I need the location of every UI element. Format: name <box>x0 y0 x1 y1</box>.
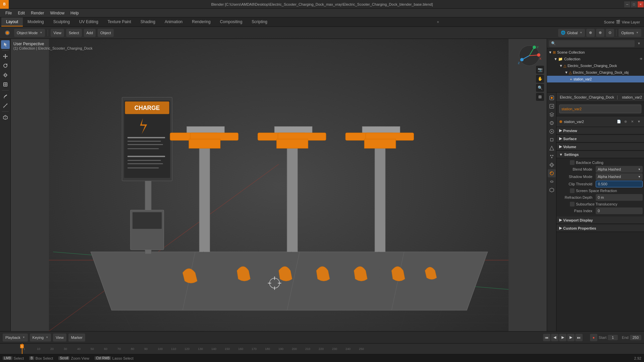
ctrl-rmb-key: Ctrl RMB <box>95 356 111 360</box>
material-copy-icon[interactable]: ⊕ <box>623 119 629 125</box>
tree-item-scene-collection[interactable]: ▼ ⊞ Scene Collection <box>547 49 644 56</box>
section-surface-toggle[interactable]: ▶ Surface <box>556 135 644 142</box>
menu-edit[interactable]: Edit <box>15 10 28 16</box>
tool-move[interactable] <box>1 52 10 61</box>
material-options-icon[interactable]: ▼ <box>636 119 642 125</box>
viewport-grid-icon[interactable]: ⊞ <box>536 93 544 101</box>
close-button[interactable]: ✕ <box>638 1 644 7</box>
tab-shading[interactable]: Shading <box>136 17 160 26</box>
viewport-3d[interactable]: User Perspective (1) Collection | Electr… <box>11 39 547 331</box>
object-menu-button[interactable]: Object <box>98 29 114 37</box>
prop-tab-view-layer[interactable] <box>548 111 556 119</box>
prop-tab-physics[interactable] <box>548 161 556 169</box>
maximize-button[interactable]: □ <box>631 1 637 7</box>
tab-rendering[interactable]: Rendering <box>187 17 215 26</box>
mode-select-button[interactable]: Object Mode ▼ <box>14 29 45 37</box>
play-button[interactable]: ▶ <box>559 334 567 341</box>
tree-item-station-var2[interactable]: ● station_var2 <box>547 76 644 82</box>
blend-mode-value[interactable]: Alpha Hashed ▼ <box>596 166 643 173</box>
prev-frame-button[interactable]: ◀ <box>551 334 558 341</box>
outliner-search[interactable]: 🔍 <box>549 40 635 47</box>
add-menu-button[interactable]: Add <box>84 29 96 37</box>
tab-layout[interactable]: Layout <box>1 17 23 26</box>
collection-vis-icon[interactable]: 👁 <box>640 57 643 61</box>
select-menu-button[interactable]: Select <box>66 29 82 37</box>
jump-to-start-button[interactable]: ⏮ <box>543 334 550 341</box>
viewport-gizmo[interactable]: Y X Z <box>516 42 543 70</box>
clip-threshold-value[interactable]: 0.500 <box>596 181 643 187</box>
view-menu-button[interactable]: View <box>51 29 64 37</box>
prop-tab-world[interactable] <box>548 127 556 135</box>
tree-item-charging-dock[interactable]: ▼ △ Electric_Scooter_Charging_Dock <box>547 62 644 69</box>
prop-tab-constraints[interactable] <box>548 178 556 186</box>
transform-pivot-button[interactable]: ⊕ <box>586 29 595 37</box>
tool-transform[interactable] <box>1 80 10 89</box>
marker-button[interactable]: Marker <box>68 334 85 342</box>
pass-index-value[interactable]: 0 <box>596 207 643 214</box>
tree-item-collection[interactable]: ▼ 📁 Collection 👁 <box>547 56 644 62</box>
end-frame-display[interactable]: 250 <box>630 335 641 340</box>
screen-space-refraction-checkbox[interactable] <box>570 188 575 193</box>
section-preview-toggle[interactable]: ▶ Preview <box>556 127 644 134</box>
material-new-icon[interactable]: 📄 <box>616 119 622 125</box>
subsurface-translucency-checkbox[interactable] <box>570 202 575 206</box>
tick-220: 220 <box>318 347 331 351</box>
jump-to-end-button[interactable]: ⏭ <box>575 334 583 341</box>
tab-scripting[interactable]: Scripting <box>247 17 272 26</box>
options-button[interactable]: Options ▼ <box>619 29 641 37</box>
shadow-mode-value[interactable]: Alpha Hashed ▼ <box>596 173 643 180</box>
tab-texture-paint[interactable]: Texture Paint <box>103 17 136 26</box>
tool-scale[interactable] <box>1 71 10 79</box>
material-delete-icon[interactable]: ✕ <box>629 119 635 125</box>
keying-button[interactable]: Keying ▼ <box>30 334 51 342</box>
section-custom-properties-toggle[interactable]: ▶ Custom Properties <box>556 225 644 232</box>
next-frame-button[interactable]: ▶ <box>567 334 575 341</box>
tab-uv-editing[interactable]: UV Editing <box>74 17 103 26</box>
viewport-display-label: Viewport Display <box>563 218 593 222</box>
view-button[interactable]: View <box>53 334 66 342</box>
menu-file[interactable]: File <box>3 10 14 16</box>
minimize-button[interactable]: ─ <box>624 1 630 7</box>
tab-animation[interactable]: Animation <box>160 17 187 26</box>
record-button[interactable]: ● <box>590 334 597 341</box>
tree-item-dock-obj[interactable]: ▼ △ Electric_Scooter_Charging_Dock_obj <box>547 69 644 76</box>
material-name-input[interactable]: station_var2 <box>559 105 641 113</box>
snap-button[interactable]: ⊕ <box>596 29 604 37</box>
scrubber-area[interactable]: 1 1 10 20 30 40 50 60 70 80 90 100 110 1… <box>0 343 644 354</box>
start-frame-display[interactable]: 1 <box>608 335 618 340</box>
backface-culling-checkbox[interactable] <box>570 160 575 165</box>
refraction-depth-value[interactable]: 0 m <box>596 194 643 201</box>
add-workspace-button[interactable]: + <box>434 17 442 26</box>
tool-annotate[interactable] <box>1 92 10 101</box>
tab-modeling[interactable]: Modeling <box>23 17 49 26</box>
prop-tab-output[interactable] <box>548 102 556 110</box>
outliner-filter-icon[interactable]: ▼ <box>636 41 642 47</box>
prop-tab-scene[interactable] <box>548 119 556 127</box>
tool-rotate[interactable] <box>1 61 10 70</box>
playback-button[interactable]: Playback ▼ <box>3 334 28 342</box>
tick-20: 20 <box>50 347 63 351</box>
section-viewport-display-toggle[interactable]: ▶ Viewport Display <box>556 217 644 224</box>
prop-tab-particles[interactable] <box>548 153 556 161</box>
section-settings-toggle[interactable]: ▼ Settings <box>556 151 644 158</box>
svg-rect-62 <box>127 168 159 168</box>
tool-select[interactable] <box>1 40 10 49</box>
tool-measure[interactable] <box>1 101 10 110</box>
viewport-zoom-icon[interactable]: 🔍 <box>536 84 544 92</box>
tab-sculpting[interactable]: Sculpting <box>49 17 74 26</box>
prop-tab-object[interactable] <box>548 136 556 144</box>
viewport-hand-icon[interactable]: ✋ <box>536 75 544 83</box>
menu-render[interactable]: Render <box>28 10 47 16</box>
tool-add-cube[interactable] <box>1 113 10 122</box>
menu-window[interactable]: Window <box>47 10 67 16</box>
prop-tab-render[interactable] <box>548 94 556 102</box>
prop-tab-data[interactable] <box>548 186 556 194</box>
transform-global-button[interactable]: 🌐 Global ▼ <box>558 29 585 37</box>
tab-compositing[interactable]: Compositing <box>215 17 247 26</box>
status-select: LMB Select <box>3 356 24 360</box>
prop-tab-material[interactable] <box>548 169 556 177</box>
menu-help[interactable]: Help <box>68 10 82 16</box>
prop-tab-modifier[interactable] <box>548 144 556 152</box>
proportional-edit-button[interactable]: ⊙ <box>606 29 614 37</box>
section-volume-toggle[interactable]: ▶ Volume <box>556 143 644 150</box>
